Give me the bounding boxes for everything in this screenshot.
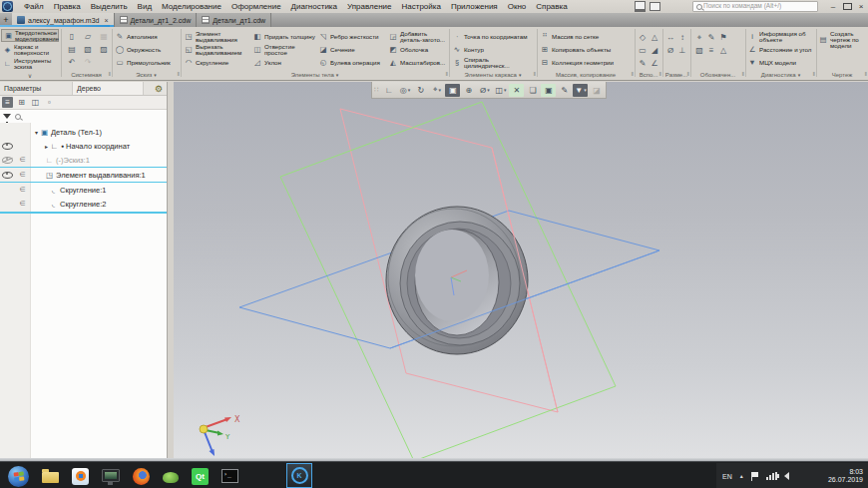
text-note-icon[interactable]: ≡ (709, 46, 714, 55)
tree-selection-icon[interactable]: ▫ (44, 97, 55, 108)
tree-groups-icon[interactable]: ◫ (30, 97, 41, 108)
point-by-coords-button[interactable]: ∙Точка по координатам (452, 30, 536, 43)
draft-button[interactable]: ◿Уклон (252, 56, 318, 69)
display-mode-icon[interactable]: ◫▾ (493, 84, 508, 97)
menu-management[interactable]: Управление (342, 2, 396, 11)
undo-icon[interactable]: ↶ (69, 58, 76, 67)
command-search-input[interactable]: Поиск по командам (Alt+/) (692, 1, 818, 12)
section-button[interactable]: ◪Сечение (318, 43, 388, 56)
tree-item-origin[interactable]: ▸ ∟ ● Начало координат (0, 139, 167, 153)
menu-edit[interactable]: Правка (49, 2, 86, 11)
create-drawing-button[interactable]: ▤Создать чертеж по модели (818, 30, 867, 50)
explorer-icon[interactable] (42, 472, 59, 483)
ring-model[interactable] (386, 207, 528, 354)
firefox-icon[interactable] (133, 468, 150, 485)
menu-view[interactable]: Вид (133, 2, 157, 11)
tab-close-icon[interactable]: × (104, 17, 108, 24)
perpendicular-dim-icon[interactable]: ⊥ (679, 46, 686, 55)
viewport-3d[interactable]: X Y ∷ ∟ ◎▾ ↻ ⌖▾ ▣ ⊕ Ø▾ ◫▾ ✕ ❏ ▣ ✎ ▼▾ ◪ (174, 82, 868, 459)
mode-surfaces[interactable]: ◈ Каркас и поверхности (1, 43, 59, 56)
fillet-button[interactable]: ◠Скругление (184, 56, 252, 69)
spiral-button[interactable]: §Спираль цилиндрическ... (452, 56, 536, 69)
print-icon[interactable]: ▤ (68, 45, 76, 54)
hide-objects-icon[interactable]: Ø▾ (477, 84, 492, 97)
turtle-app-icon[interactable] (163, 472, 179, 483)
triad-icon[interactable]: ⌖▾ (429, 84, 444, 97)
mode-sketch-tools[interactable]: ∟ Инструменты эскиза (1, 57, 59, 70)
orientation-cube-icon[interactable]: ▣ (445, 84, 460, 97)
filter-funnel-icon[interactable] (3, 114, 11, 119)
modes-chevron-icon[interactable]: ∨ (28, 72, 32, 79)
minimize-button[interactable]: – (826, 1, 840, 12)
menu-applications[interactable]: Приложения (446, 2, 503, 11)
sketch-mode-icon[interactable]: ✎ (557, 84, 572, 97)
drag-handle[interactable]: ∷ (374, 86, 378, 94)
save-icon[interactable]: ▦ (100, 32, 108, 41)
tab-tree[interactable]: Дерево (73, 82, 144, 95)
tab-drawing-2[interactable]: Детали_дт1.cdw (197, 13, 271, 27)
tree-item-fillet2[interactable]: ∈ ◟ Скругление:2 (0, 197, 167, 211)
zoom-icon[interactable]: ◎▾ (397, 84, 412, 97)
new-document-icon[interactable]: ▯ (70, 32, 74, 41)
triangle-note-icon[interactable]: △ (720, 46, 726, 55)
layout-toggle-icon[interactable] (635, 1, 646, 12)
autoline-button[interactable]: ✎ Автолиния (115, 30, 179, 43)
menu-layout[interactable]: Оформление (226, 2, 286, 11)
section-view-icon[interactable]: ◪ (589, 84, 604, 97)
menu-help[interactable]: Справка (531, 2, 572, 11)
aux-wedge-icon[interactable]: ◢ (651, 46, 657, 55)
grid-array-button[interactable]: ⠛Массив по сетке (540, 30, 634, 43)
action-center-flag-icon[interactable] (751, 472, 759, 481)
menu-modeling[interactable]: Моделирование (157, 2, 226, 11)
cut-extrude-button[interactable]: ◱Вырезать выдавливанием (184, 43, 252, 56)
terminal-icon[interactable]: ›_ (221, 469, 238, 483)
menu-settings[interactable]: Настройка (396, 2, 445, 11)
leader-icon[interactable]: ✎ (708, 33, 715, 42)
tree-item-sketch[interactable]: ∈ ∟ (-)Эскиз:1 (0, 153, 167, 168)
circle-button[interactable]: ◯ Окружность (115, 43, 179, 56)
contour-button[interactable]: ∿Контур (452, 43, 536, 56)
qt-icon[interactable]: Qt (192, 468, 209, 485)
selection-mode-icon[interactable]: ▣ (541, 84, 556, 97)
thicken-button[interactable]: ◧Придать толщину (252, 30, 318, 43)
geometry-collection-button[interactable]: ⊟Коллекция геометрии (540, 56, 634, 69)
open-document-icon[interactable]: ▱ (85, 32, 91, 41)
copy-objects-button[interactable]: ⊞Копировать объекты (540, 43, 634, 56)
media-player-icon[interactable] (72, 468, 89, 485)
rectangle-button[interactable]: ▭ Прямоугольник (115, 56, 179, 69)
clock[interactable]: 8:03 26.07.2019 (828, 468, 863, 484)
filter-icon[interactable]: ▼▾ (573, 84, 588, 97)
save-as-icon[interactable]: ▨ (100, 45, 108, 54)
distance-angle-button[interactable]: ∠Расстояние и угол (747, 43, 815, 56)
menu-window[interactable]: Окно (503, 2, 532, 11)
expand-arrow-icon[interactable]: ▸ (43, 143, 50, 150)
aux-plane2-icon[interactable]: ▭ (639, 46, 647, 55)
tree-item-extrude[interactable]: ∈ ◳ Элемент выдавливания:1 (0, 168, 167, 183)
aux-plane-icon[interactable]: ◇ (640, 33, 646, 42)
tree-composition-icon[interactable]: ⊞ (16, 97, 27, 108)
layout-toggle2-icon[interactable] (650, 2, 660, 11)
tree-end-marker[interactable] (0, 212, 167, 214)
datum-icon[interactable]: ⌖ (697, 33, 702, 43)
csys-corner-icon[interactable]: ∟ (381, 84, 396, 97)
tree-item-fillet1[interactable]: ∈ ◟ Скругление:1 (0, 183, 167, 197)
boolean-button[interactable]: ◵Булева операция (318, 56, 388, 69)
mode-solid-modeling[interactable]: ▣ Твердотельное моделирование (1, 29, 59, 42)
language-indicator[interactable]: EN (722, 473, 732, 480)
object-info-button[interactable]: iИнформация об объекте (747, 30, 815, 43)
diameter-dim-icon[interactable]: Ø (667, 46, 673, 55)
snap-icon[interactable]: ✕ (509, 84, 524, 97)
vertical-dim-icon[interactable]: ↕ (680, 33, 684, 42)
hatch-icon[interactable]: ▧ (695, 46, 703, 55)
preview-icon[interactable]: ▧ (84, 45, 92, 54)
clipboard-icon[interactable]: ❏ (525, 84, 540, 97)
computer-icon[interactable] (102, 469, 120, 482)
aux-axis-icon[interactable]: △ (651, 33, 657, 42)
hidden-eye-icon[interactable] (2, 157, 13, 164)
visible-eye-icon[interactable] (2, 172, 13, 179)
start-button[interactable] (8, 466, 29, 487)
aux-sketch-icon[interactable]: ✎ (640, 59, 647, 68)
tab-drawing-1[interactable]: Детали_дт1_2.cdw (115, 13, 198, 27)
restore-button[interactable] (840, 1, 854, 12)
orbit-icon[interactable]: ↻ (413, 84, 428, 97)
